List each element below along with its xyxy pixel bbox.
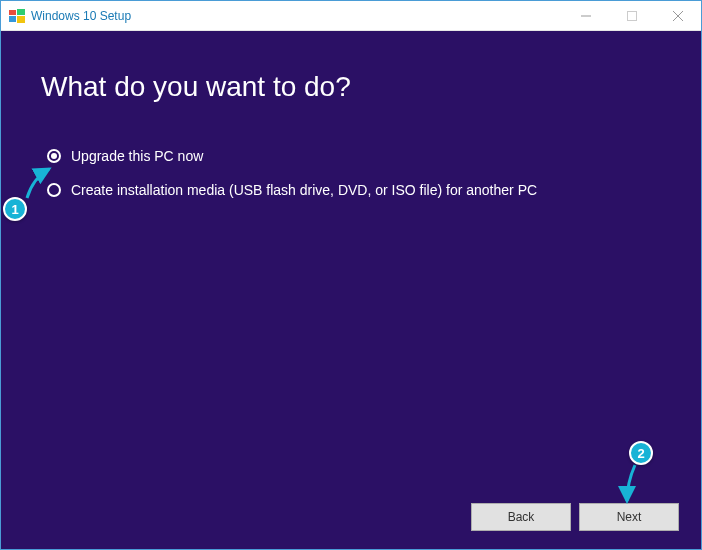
- annotation-callout-1: 1: [3, 197, 27, 221]
- svg-rect-2: [9, 16, 16, 22]
- svg-rect-0: [9, 10, 16, 15]
- option-create-media[interactable]: Create installation media (USB flash dri…: [47, 182, 661, 198]
- close-button[interactable]: [655, 1, 701, 30]
- page-heading: What do you want to do?: [41, 71, 661, 103]
- content-area: What do you want to do? Upgrade this PC …: [1, 31, 701, 549]
- annotation-arrow-icon: [23, 166, 55, 201]
- footer-buttons: Back Next: [471, 503, 679, 531]
- next-button[interactable]: Next: [579, 503, 679, 531]
- radio-label: Create installation media (USB flash dri…: [71, 182, 537, 198]
- svg-rect-3: [17, 16, 25, 23]
- annotation-callout-2: 2: [629, 441, 653, 465]
- annotation-arrow-icon: [617, 463, 645, 505]
- maximize-button[interactable]: [609, 1, 655, 30]
- back-button[interactable]: Back: [471, 503, 571, 531]
- svg-rect-1: [17, 9, 25, 15]
- titlebar: Windows 10 Setup: [1, 1, 701, 31]
- window-controls: [563, 1, 701, 30]
- radio-icon: [47, 149, 61, 163]
- svg-rect-5: [628, 11, 637, 20]
- option-upgrade-now[interactable]: Upgrade this PC now: [47, 148, 661, 164]
- radio-group: Upgrade this PC now Create installation …: [47, 148, 661, 198]
- window-title: Windows 10 Setup: [31, 9, 563, 23]
- app-icon: [9, 8, 25, 24]
- minimize-button[interactable]: [563, 1, 609, 30]
- radio-label: Upgrade this PC now: [71, 148, 203, 164]
